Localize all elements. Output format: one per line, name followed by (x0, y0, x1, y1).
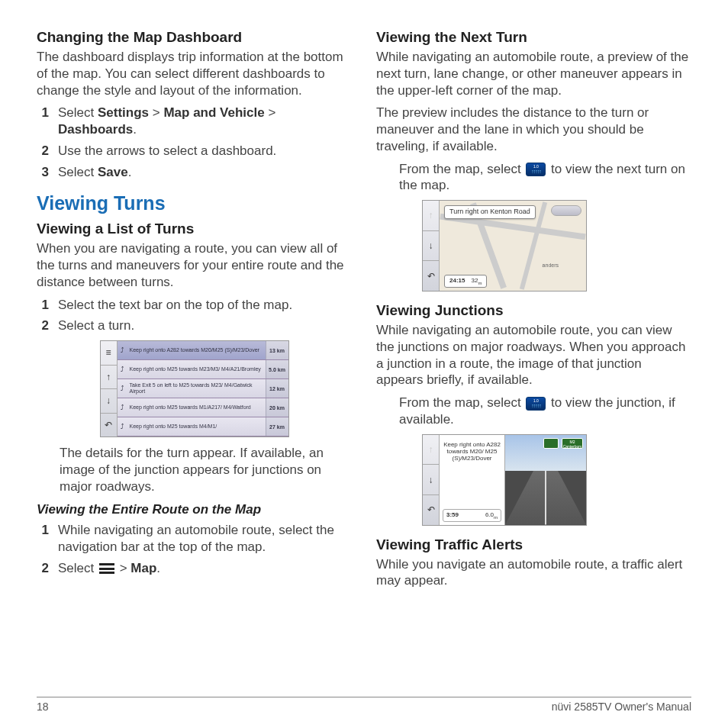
junction-preview: M2Canterbury (505, 435, 586, 525)
heading-traffic: Viewing Traffic Alerts (376, 536, 691, 553)
arrow-up-icon[interactable]: ↑ (423, 435, 439, 465)
para-traffic: While you navigate an automobile route, … (376, 556, 691, 590)
junction-info-panel: Keep right onto A282 towards M20/ M25 (S… (440, 435, 505, 525)
para-junc-2: From the map, select to view the junctio… (399, 395, 691, 428)
turn-row[interactable]: ⤴Keep right onto M25 towards M23/M3/ M4/… (118, 360, 288, 379)
map-preview: anders Turn right on Kenton Road 24:15 3… (440, 201, 586, 291)
steps-dashboard: 1 Select Settings > Map and Vehicle > Da… (37, 105, 352, 180)
hamburger-icon (99, 563, 114, 574)
back-icon[interactable]: ↶ (101, 414, 117, 437)
para-next-2: The preview includes the distance to the… (376, 105, 691, 154)
step-list-2: Select a turn. (58, 317, 352, 334)
heading-dashboard: Changing the Map Dashboard (37, 29, 352, 46)
turn-row[interactable]: ⤴Keep right onto M25 towards M1/A217/ M4… (118, 398, 288, 417)
screenshot-sidebar: ≡ ↑ ↓ ↶ (101, 341, 118, 436)
menu-icon[interactable]: ≡ (101, 341, 117, 366)
steps-entire: 1 While navigating an automobile route, … (37, 522, 352, 576)
step-entire-2: Select > Map. (58, 560, 352, 577)
screenshot-turn-list: ≡ ↑ ↓ ↶ ⤴Keep right onto A282 towards M2… (100, 340, 289, 437)
section-viewing-turns: Viewing Turns (37, 192, 352, 214)
turn-info-box: Turn right on Kenton Road (444, 205, 536, 219)
back-icon[interactable]: ↶ (423, 261, 439, 291)
para-junc: While navigating an automobile route, yo… (376, 322, 691, 388)
turn-row[interactable]: ⤴Keep right onto M25 towards M4/M1/27 km (118, 417, 288, 436)
arrow-up-icon[interactable]: ↑ (101, 366, 117, 390)
heading-junctions: Viewing Junctions (376, 302, 691, 319)
manual-title: nüvi 2585TV Owner's Manual (552, 701, 691, 713)
lane-preview-icon[interactable] (526, 397, 546, 411)
heading-list-turns: Viewing a List of Turns (37, 221, 352, 237)
turn-row[interactable]: ⤴Keep right onto A282 towards M20/M25 (S… (118, 341, 288, 360)
screenshot-next-turn: ↑ ↓ ↶ anders Turn right on Kenton Road 2… (422, 200, 587, 292)
left-column: Changing the Map Dashboard The dashboard… (37, 27, 352, 690)
step-list-1: Select the text bar on the top of the ma… (58, 297, 352, 314)
page-number: 18 (37, 701, 49, 713)
turn-row[interactable]: ⤴Take Exit 5 on left to M25 towards M23/… (118, 379, 288, 398)
step-dash-1: Select Settings > Map and Vehicle > Dash… (58, 105, 352, 138)
status-box: 24:15 32m (444, 275, 487, 288)
para-list-turns: When you are navigating a route, you can… (37, 240, 352, 290)
arrow-up-icon[interactable]: ↑ (423, 201, 439, 231)
heading-next-turn: Viewing the Next Turn (376, 29, 691, 46)
para-list-detail: The details for the turn appear. If avai… (60, 445, 352, 494)
para-next-1: While navigating an automobile route, a … (376, 49, 691, 98)
back-icon[interactable]: ↶ (423, 495, 439, 525)
para-dashboard: The dashboard displays trip information … (37, 49, 352, 98)
arrow-down-icon[interactable]: ↓ (101, 389, 117, 414)
screenshot-junction: ↑ ↓ ↶ Keep right onto A282 towards M20/ … (422, 434, 587, 526)
page-footer: 18 nüvi 2585TV Owner's Manual (37, 697, 691, 713)
step-entire-1: While navigating an automobile route, se… (58, 522, 352, 556)
step-dash-3: Select Save. (58, 164, 352, 181)
step-dash-2: Use the arrows to select a dashboard. (58, 143, 352, 159)
heading-entire-route: Viewing the Entire Route on the Map (37, 502, 352, 517)
para-next-3: From the map, select to view the next tu… (399, 161, 691, 195)
lane-preview-icon[interactable] (526, 163, 546, 176)
arrow-down-icon[interactable]: ↓ (423, 465, 439, 495)
right-column: Viewing the Next Turn While navigating a… (376, 27, 691, 690)
turn-list-rows: ⤴Keep right onto A282 towards M20/M25 (S… (118, 341, 288, 436)
arrow-down-icon[interactable]: ↓ (423, 231, 439, 262)
steps-list: 1 Select the text bar on the top of the … (37, 297, 352, 335)
